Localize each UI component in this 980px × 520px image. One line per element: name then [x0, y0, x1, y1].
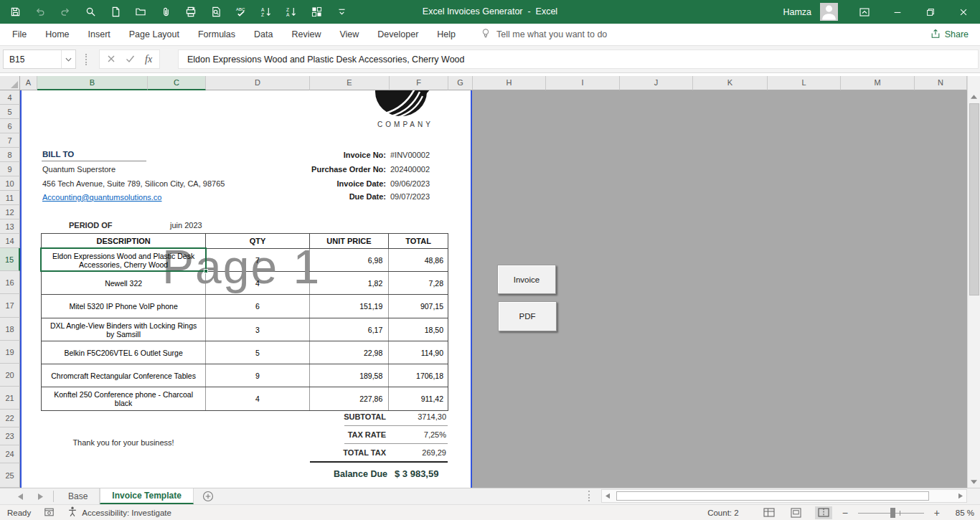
zoom-out-button[interactable]: −: [842, 508, 848, 518]
name-box[interactable]: B15: [3, 49, 76, 69]
column-header-i[interactable]: I: [546, 76, 620, 90]
scroll-up-icon[interactable]: [968, 90, 980, 103]
minimize-button[interactable]: [881, 0, 914, 24]
period-value[interactable]: juin 2023: [170, 221, 202, 230]
invoice-no-value[interactable]: #INV00002: [390, 151, 462, 159]
row-header-21[interactable]: 21: [0, 387, 20, 410]
bill-to-label[interactable]: BILL TO: [42, 150, 74, 159]
tab-formulas[interactable]: Formulas: [189, 24, 245, 46]
tab-page-layout[interactable]: Page Layout: [120, 24, 189, 46]
row-header-16[interactable]: 16: [0, 271, 20, 294]
zoom-slider-thumb[interactable]: [890, 508, 895, 518]
cancel-icon[interactable]: [107, 53, 116, 66]
row-header-10[interactable]: 10: [0, 176, 20, 191]
column-header-e[interactable]: E: [310, 76, 390, 90]
normal-view-icon[interactable]: [760, 506, 778, 519]
zoom-level[interactable]: 85 %: [950, 509, 974, 517]
print-preview-icon[interactable]: [209, 6, 222, 19]
column-header-d[interactable]: D: [206, 76, 310, 90]
name-box-dropdown-icon[interactable]: [61, 50, 75, 68]
ribbon-display-options-icon[interactable]: [848, 0, 881, 24]
close-button[interactable]: [947, 0, 980, 24]
row-header-25[interactable]: 25: [0, 463, 20, 488]
column-header-h[interactable]: H: [473, 76, 546, 90]
bill-to-name[interactable]: Quantum Superstore: [42, 165, 116, 174]
pdf-macro-button[interactable]: PDF: [498, 301, 557, 331]
vertical-scrollbar-thumb[interactable]: [969, 103, 979, 296]
invoice-date-value[interactable]: 09/06/2023: [390, 179, 462, 188]
page-break-line-right[interactable]: [471, 90, 472, 488]
column-header-l[interactable]: L: [768, 76, 841, 90]
macro-record-icon[interactable]: [44, 507, 55, 519]
tab-developer[interactable]: Developer: [368, 24, 428, 46]
page-break-preview-icon[interactable]: [815, 506, 832, 519]
row-header-23[interactable]: 23: [0, 427, 20, 445]
zoom-in-button[interactable]: +: [934, 508, 940, 518]
row-header-20[interactable]: 20: [0, 364, 20, 387]
quick-print-icon[interactable]: [184, 6, 197, 19]
row-header-7[interactable]: 7: [0, 133, 20, 148]
bill-to-email-link[interactable]: Accounting@quantumsolutions.co: [42, 193, 162, 202]
select-all-button[interactable]: [0, 76, 20, 90]
tab-file[interactable]: File: [3, 24, 36, 46]
horizontal-scrollbar[interactable]: [601, 489, 967, 503]
sort-az-icon[interactable]: AZ: [260, 6, 273, 19]
cell-styles-icon[interactable]: [310, 6, 323, 19]
invoice-macro-button[interactable]: Invoice: [497, 265, 556, 294]
tax-rate-value[interactable]: 7,25%: [360, 430, 446, 439]
due-date-label[interactable]: Due Date:: [201, 192, 386, 201]
row-header-8[interactable]: 8: [0, 148, 20, 162]
row-header-12[interactable]: 12: [0, 205, 20, 219]
period-label[interactable]: PERIOD OF: [69, 221, 113, 230]
bill-to-address[interactable]: 456 Tech Avenue, Suite 789, Silicon City…: [42, 179, 225, 188]
insert-function-icon[interactable]: fx: [145, 54, 152, 65]
tell-me-box[interactable]: Tell me what you want to do: [481, 28, 607, 42]
fill-handle[interactable]: [204, 269, 208, 273]
undo-icon[interactable]: [34, 6, 47, 19]
row-header-14[interactable]: 14: [0, 234, 20, 248]
column-header-g[interactable]: G: [448, 76, 473, 90]
column-header-a[interactable]: A: [20, 76, 37, 90]
row-header-5[interactable]: 5: [0, 105, 20, 119]
scroll-left-icon[interactable]: [602, 490, 613, 502]
total-tax-value[interactable]: 269,29: [360, 448, 446, 457]
row-header-11[interactable]: 11: [0, 191, 20, 205]
tab-review[interactable]: Review: [282, 24, 330, 46]
horizontal-scrollbar-thumb[interactable]: [616, 491, 929, 501]
tab-strip-resize-handle[interactable]: [588, 491, 590, 501]
account-user-name[interactable]: Hamza: [783, 7, 811, 17]
column-header-f[interactable]: F: [390, 76, 448, 90]
customize-qat-icon[interactable]: [335, 6, 348, 19]
column-header-c[interactable]: C: [148, 76, 206, 90]
sheet-nav-right-icon[interactable]: [30, 488, 50, 504]
redo-icon[interactable]: [59, 6, 72, 19]
row-header-4[interactable]: 4: [0, 90, 20, 105]
zoom-slider[interactable]: [858, 508, 924, 518]
row-header-13[interactable]: 13: [0, 219, 20, 234]
tab-help[interactable]: Help: [428, 24, 465, 46]
row-header-18[interactable]: 18: [0, 318, 20, 341]
balance-due-value[interactable]: $ 3 983,59: [395, 468, 438, 479]
avatar[interactable]: [820, 3, 838, 21]
share-button[interactable]: Share: [930, 29, 969, 41]
column-header-k[interactable]: K: [693, 76, 768, 90]
accessibility-status[interactable]: Accessibility: Investigate: [67, 506, 171, 519]
row-header-6[interactable]: 6: [0, 119, 20, 133]
paperclip-icon[interactable]: [159, 6, 172, 19]
search-icon[interactable]: [84, 6, 97, 19]
column-header-j[interactable]: J: [620, 76, 693, 90]
subtotal-value[interactable]: 3714,30: [360, 412, 446, 421]
row-header-15[interactable]: 15: [0, 248, 20, 271]
po-no-value[interactable]: 202400002: [390, 165, 462, 174]
sort-za-icon[interactable]: ZA: [285, 6, 298, 19]
sheet-tab-invoice-template[interactable]: Invoice Template: [100, 488, 193, 504]
restore-button[interactable]: [914, 0, 947, 24]
sheet-tab-base[interactable]: Base: [57, 488, 100, 504]
column-header-b[interactable]: B: [37, 76, 148, 90]
balance-due-label[interactable]: Balance Due: [301, 469, 387, 479]
spelling-icon[interactable]: ABC: [235, 6, 248, 19]
enter-icon[interactable]: [126, 53, 135, 66]
po-no-label[interactable]: Purchase Order No:: [201, 165, 386, 174]
tab-view[interactable]: View: [330, 24, 368, 46]
tab-home[interactable]: Home: [36, 24, 78, 46]
